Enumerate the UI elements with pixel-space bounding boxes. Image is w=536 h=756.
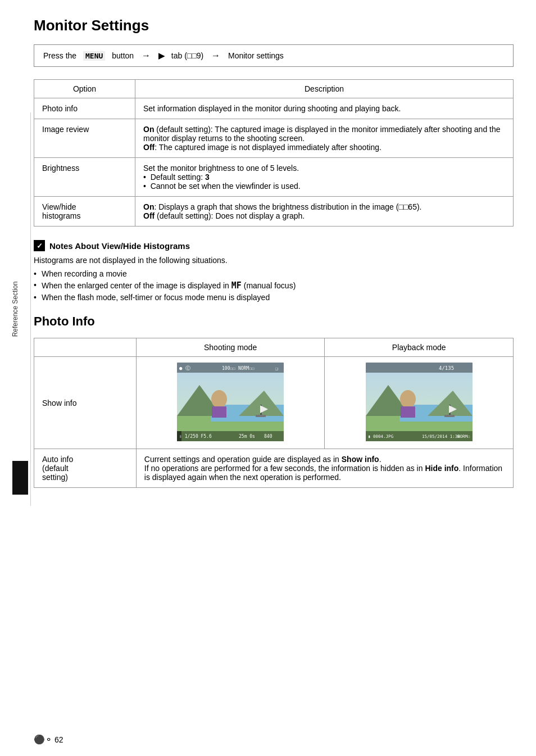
menu-word: MENU [83, 51, 105, 61]
svg-point-27 [400, 390, 416, 408]
photo-info-title: Photo Info [34, 314, 514, 329]
svg-point-8 [211, 390, 227, 408]
shooting-screen-svg: ● Ⓒ 100☐☐ NORM☐☐ ❑ ▮ 1/250 F5.6 25m 0s 8… [177, 363, 284, 441]
svg-rect-18 [177, 431, 181, 441]
svg-rect-7 [256, 415, 266, 417]
black-bar-marker [12, 461, 28, 495]
svg-text:100☐☐ NORM☐☐: 100☐☐ NORM☐☐ [222, 366, 255, 371]
page-num-icon: ⚫⚬ [34, 734, 52, 745]
desc-viewhide-histograms: On: Displays a graph that shows the brig… [135, 197, 514, 227]
photo-col-option [34, 338, 137, 357]
svg-rect-9 [212, 406, 226, 418]
photo-col-shooting: Shooting mode [136, 338, 325, 357]
sidebar-label: Reference Section [11, 282, 19, 337]
photo-info-table: Shooting mode Playback mode Show info [34, 338, 514, 488]
svg-text:840: 840 [264, 434, 272, 439]
note-intro: Histograms are not displayed in the foll… [34, 256, 514, 265]
tab-ref: tab (□□9) [171, 51, 203, 60]
arrow2: → [211, 51, 220, 61]
option-photo-info: Photo info [34, 98, 135, 119]
table-row: Photo info Set information displayed in … [34, 98, 514, 119]
desc-auto-info: Current settings and operation guide are… [136, 449, 513, 488]
svg-text:▮ 0004.JPG: ▮ 0004.JPG [368, 434, 394, 439]
press-instruction-box: Press the MENU button → ▶ tab (□□9) → Mo… [34, 44, 514, 67]
arrow1: → [142, 51, 151, 61]
svg-text:25m 0s: 25m 0s [239, 434, 255, 439]
note-title: Notes About View/Hide Histograms [49, 241, 190, 251]
list-item: When the flash mode, self-timer or focus… [34, 293, 514, 302]
table-row: Show info [34, 357, 514, 449]
col-option-header: Option [34, 80, 135, 98]
table-row: Auto info(defaultsetting) Current settin… [34, 449, 514, 488]
desc-image-review: On (default setting): The captured image… [135, 119, 514, 158]
shooting-mode-image: ● Ⓒ 100☐☐ NORM☐☐ ❑ ▮ 1/250 F5.6 25m 0s 8… [136, 357, 325, 449]
playback-screen-svg: 4/135 ▮ 0004.JPG 15/05/2014 1:30 NORM☐ [366, 363, 473, 441]
press-suffix: Monitor settings [228, 51, 284, 60]
table-row: View/hidehistograms On: Displays a graph… [34, 197, 514, 227]
settings-table: Option Description Photo info Set inform… [34, 79, 514, 227]
table-row: Image review On (default setting): The c… [34, 119, 514, 158]
col-description-header: Description [135, 80, 514, 98]
table-row: Brightness Set the monitor brightness to… [34, 158, 514, 197]
svg-text:4/135: 4/135 [439, 365, 454, 371]
option-show-info: Show info [34, 357, 137, 449]
note-header: ✓ Notes About View/Hide Histograms [34, 240, 514, 251]
svg-rect-28 [401, 406, 415, 418]
svg-text:▮  1/250  F5.6: ▮ 1/250 F5.6 [179, 434, 212, 439]
svg-rect-29 [366, 363, 473, 373]
note-icon: ✓ [34, 240, 45, 251]
svg-text:● Ⓒ: ● Ⓒ [179, 365, 190, 371]
option-auto-info: Auto info(defaultsetting) [34, 449, 137, 488]
option-image-review: Image review [34, 119, 135, 158]
desc-photo-info: Set information displayed in the monitor… [135, 98, 514, 119]
page-num-text: 62 [54, 735, 63, 744]
page-title: Monitor Settings [34, 17, 514, 34]
page-number: ⚫⚬ 62 [34, 734, 63, 745]
svg-text:15/05/2014 1:30: 15/05/2014 1:30 [422, 434, 460, 439]
notes-section: ✓ Notes About View/Hide Histograms Histo… [34, 240, 514, 302]
option-brightness: Brightness [34, 158, 135, 197]
desc-brightness: Set the monitor brightness to one of 5 l… [135, 158, 514, 197]
svg-text:NORM☐: NORM☐ [457, 434, 470, 439]
press-middle: button [112, 51, 134, 60]
option-viewhide-histograms: View/hidehistograms [34, 197, 135, 227]
svg-text:❑: ❑ [275, 366, 278, 371]
list-item: When recording a movie [34, 269, 514, 278]
sidebar-reference: Reference Section [0, 112, 31, 506]
svg-rect-26 [444, 415, 455, 417]
press-prefix: Press the [43, 51, 76, 60]
tab-icon: ▶ [158, 51, 165, 60]
photo-col-playback: Playback mode [325, 338, 514, 357]
playback-mode-image: 4/135 ▮ 0004.JPG 15/05/2014 1:30 NORM☐ [325, 357, 514, 449]
list-item: When the enlarged center of the image is… [34, 280, 514, 291]
note-list: When recording a movie When the enlarged… [34, 269, 514, 302]
